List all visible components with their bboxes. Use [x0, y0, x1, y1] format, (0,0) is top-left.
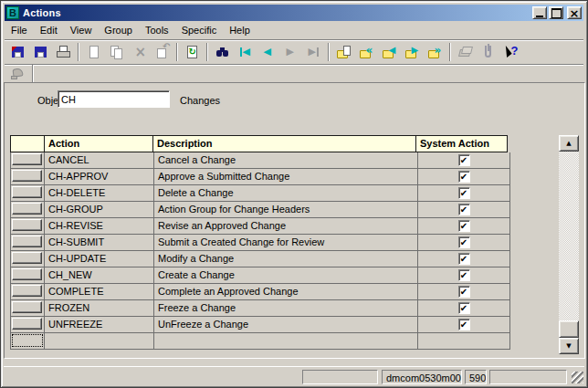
row-selector-cell[interactable] — [10, 202, 45, 218]
action-cell[interactable]: CH_NEW — [45, 267, 154, 284]
menu-tools[interactable]: Tools — [139, 23, 175, 38]
system-action-cell[interactable] — [418, 251, 510, 267]
next-group-icon[interactable] — [401, 42, 424, 62]
refresh-icon[interactable] — [181, 42, 204, 62]
scroll-up-button[interactable] — [559, 135, 579, 152]
row-selector-button[interactable] — [12, 301, 42, 313]
action-cell[interactable]: CH-DELETE — [45, 185, 154, 202]
print-icon[interactable] — [52, 42, 75, 62]
system-action-cell[interactable] — [418, 169, 510, 185]
row-selector-button[interactable] — [12, 153, 42, 165]
row-selector-button[interactable] — [12, 170, 42, 182]
column-header-system-action[interactable]: System Action — [415, 135, 508, 152]
titlebar[interactable]: B Actions — [5, 5, 583, 21]
description-cell[interactable]: Submit a Created Change for Review — [154, 235, 418, 251]
row-selector-cell[interactable] — [10, 235, 45, 251]
description-cell[interactable]: Cancel a Change — [154, 152, 418, 169]
row-selector-cell[interactable] — [10, 267, 45, 284]
description-cell[interactable] — [154, 333, 418, 350]
row-selector-cell[interactable] — [10, 185, 45, 202]
system-action-cell[interactable] — [418, 300, 510, 317]
action-cell[interactable]: FROZEN — [45, 300, 154, 317]
menu-edit[interactable]: Edit — [34, 23, 64, 38]
system-action-cell[interactable] — [418, 202, 510, 218]
system-action-checkbox[interactable] — [458, 319, 470, 330]
system-action-checkbox[interactable] — [458, 269, 470, 281]
action-cell[interactable]: CH-REVISE — [45, 218, 154, 235]
menu-group[interactable]: Group — [98, 23, 139, 38]
row-selector-button[interactable] — [12, 186, 42, 198]
system-action-cell[interactable] — [418, 235, 510, 251]
menu-file[interactable]: File — [5, 23, 34, 38]
system-action-cell[interactable] — [418, 218, 510, 235]
row-selector-cell[interactable] — [10, 284, 45, 300]
scroll-down-button[interactable] — [559, 338, 579, 354]
prev-record-icon[interactable] — [257, 42, 279, 62]
description-cell[interactable]: Action Group for Change Headers — [154, 202, 418, 218]
column-header-selector[interactable] — [10, 135, 45, 152]
system-action-checkbox[interactable] — [458, 187, 470, 199]
system-action-cell[interactable] — [418, 284, 510, 300]
last-group-icon[interactable] — [424, 42, 446, 62]
row-selector-cell[interactable] — [10, 333, 45, 350]
attachment-icon[interactable] — [477, 42, 499, 62]
system-action-checkbox[interactable] — [458, 253, 470, 265]
action-cell[interactable]: CH-APPROV — [45, 169, 154, 185]
system-action-checkbox[interactable] — [458, 171, 470, 183]
system-action-checkbox[interactable] — [458, 204, 470, 215]
context-help-icon[interactable] — [499, 42, 522, 62]
row-selector-button[interactable] — [12, 219, 42, 231]
row-selector-cell[interactable] — [10, 152, 45, 169]
row-selector-button[interactable] — [12, 268, 42, 280]
row-selector-cell[interactable] — [10, 300, 45, 317]
maximize-button[interactable] — [549, 6, 563, 19]
system-action-checkbox[interactable] — [458, 220, 470, 232]
resize-grip[interactable] — [572, 372, 583, 383]
action-cell[interactable]: CH-UPDATE — [45, 251, 154, 267]
first-record-icon[interactable] — [234, 42, 257, 62]
action-cell[interactable]: UNFREEZE — [45, 317, 154, 333]
system-action-cell[interactable] — [418, 152, 510, 169]
menu-view[interactable]: View — [64, 23, 99, 38]
system-action-cell[interactable] — [418, 317, 510, 333]
row-selector-cell[interactable] — [10, 169, 45, 185]
column-header-action[interactable]: Action — [44, 135, 153, 152]
description-cell[interactable]: Approve a Submitted Change — [154, 169, 418, 185]
close-button[interactable] — [567, 6, 582, 19]
save-exit-icon[interactable] — [6, 42, 29, 62]
new-group-icon[interactable] — [332, 42, 355, 62]
action-cell[interactable]: COMPLETE — [45, 284, 154, 300]
description-cell[interactable]: Delete a Change — [154, 185, 418, 202]
action-cell[interactable]: CANCEL — [45, 152, 154, 169]
row-selector-cell[interactable] — [10, 251, 45, 267]
row-selector-button[interactable] — [12, 285, 42, 297]
description-cell[interactable]: Freeze a Change — [154, 300, 418, 317]
system-action-cell[interactable] — [418, 333, 510, 350]
description-cell[interactable]: UnFreeze a Change — [154, 317, 418, 333]
first-group-icon[interactable] — [355, 42, 378, 62]
description-cell[interactable]: Complete an Approved Change — [154, 284, 418, 300]
menu-help[interactable]: Help — [223, 23, 257, 38]
description-cell[interactable]: Revise an Approved Change — [154, 218, 418, 235]
row-selector-cell[interactable] — [10, 218, 45, 235]
row-selector-button[interactable] — [12, 252, 42, 264]
row-selector-button[interactable] — [12, 203, 42, 215]
vertical-scrollbar[interactable] — [559, 135, 579, 354]
action-cell[interactable]: CH-GROUP — [45, 202, 154, 218]
system-action-checkbox[interactable] — [458, 302, 470, 314]
description-cell[interactable]: Create a Change — [154, 267, 418, 284]
save-icon[interactable] — [29, 42, 52, 62]
system-action-checkbox[interactable] — [458, 236, 470, 248]
action-cell[interactable]: CH-SUBMIT — [45, 235, 154, 251]
prev-group-icon[interactable] — [378, 42, 401, 62]
system-action-cell[interactable] — [418, 185, 510, 202]
row-selector-button[interactable] — [12, 318, 42, 330]
row-selector-cell[interactable] — [10, 317, 45, 333]
minimize-button[interactable] — [532, 6, 547, 19]
menu-specific[interactable]: Specific — [175, 23, 224, 38]
system-action-checkbox[interactable] — [458, 286, 470, 298]
row-selector-button[interactable] — [12, 236, 42, 247]
action-cell[interactable] — [45, 333, 154, 350]
new-row-selector[interactable] — [12, 334, 43, 347]
column-header-description[interactable]: Description — [152, 135, 416, 152]
